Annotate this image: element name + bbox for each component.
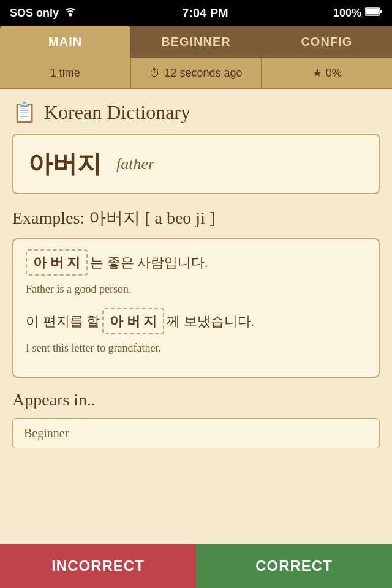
- korean-word: 아버지: [28, 147, 102, 181]
- example-2-before: 이 편지를 할: [26, 311, 100, 332]
- stat-last-seen: ⏱ 12 seconds ago: [131, 58, 262, 88]
- stat-times: 1 time: [0, 58, 131, 88]
- wifi-icon: [64, 7, 77, 20]
- times-value: 1 time: [50, 67, 80, 80]
- svg-point-0: [69, 13, 72, 16]
- stat-score: ★ 0%: [262, 58, 392, 88]
- example-2-korean: 이 편지를 할 아 버 지 께 보냈습니다.: [26, 308, 366, 334]
- dictionary-title: Korean Dictionary: [44, 101, 190, 124]
- svg-rect-3: [380, 10, 382, 13]
- tab-main[interactable]: MAIN: [0, 26, 130, 58]
- book-icon: 📋: [12, 100, 37, 124]
- battery-text: 100%: [333, 7, 361, 20]
- tab-beginner[interactable]: BEGINNER: [130, 26, 261, 58]
- tab-bar: MAIN BEGINNER CONFIG: [0, 26, 392, 58]
- star-icon: ★: [312, 66, 322, 80]
- example-2-after: 께 보냈습니다.: [167, 311, 254, 332]
- battery-icon: [365, 7, 382, 20]
- stats-bar: 1 time ⏱ 12 seconds ago ★ 0%: [0, 58, 392, 89]
- main-content: 📋 Korean Dictionary 아버지 father Examples:…: [0, 89, 392, 544]
- appears-title: Appears in..: [12, 390, 380, 410]
- appears-item-beginner: Beginner: [12, 418, 380, 448]
- correct-button[interactable]: CORRECT: [196, 544, 392, 588]
- examples-title: Examples: 아버지 [ a beo ji ]: [12, 206, 380, 230]
- highlight-2: 아 버 지: [102, 308, 164, 334]
- time-display: 7:04 PM: [182, 6, 228, 20]
- example-2-translation: I sent this letter to grandfather.: [26, 339, 366, 357]
- last-seen-value: 12 seconds ago: [164, 67, 242, 80]
- example-1-korean: 아 버 지 는 좋은 사람입니다.: [26, 249, 366, 276]
- dictionary-header: 📋 Korean Dictionary: [12, 100, 380, 124]
- clock-icon: ⏱: [149, 67, 160, 80]
- examples-box: 아 버 지 는 좋은 사람입니다. Father is a good perso…: [12, 238, 380, 378]
- highlight-1: 아 버 지: [26, 249, 88, 276]
- status-right: 100%: [333, 7, 382, 20]
- incorrect-button[interactable]: INCORRECT: [0, 544, 196, 588]
- score-value: 0%: [326, 67, 342, 80]
- bottom-buttons: INCORRECT CORRECT: [0, 544, 392, 588]
- example-1-after: 는 좋은 사람입니다.: [90, 252, 208, 273]
- english-word: father: [116, 155, 154, 173]
- svg-rect-2: [366, 9, 379, 14]
- carrier-text: SOS only: [10, 7, 59, 20]
- example-1-translation: Father is a good person.: [26, 281, 366, 298]
- tab-config[interactable]: CONFIG: [262, 26, 392, 58]
- status-bar: SOS only 7:04 PM 100%: [0, 0, 392, 26]
- word-card: 아버지 father: [12, 134, 380, 194]
- status-left: SOS only: [10, 7, 77, 20]
